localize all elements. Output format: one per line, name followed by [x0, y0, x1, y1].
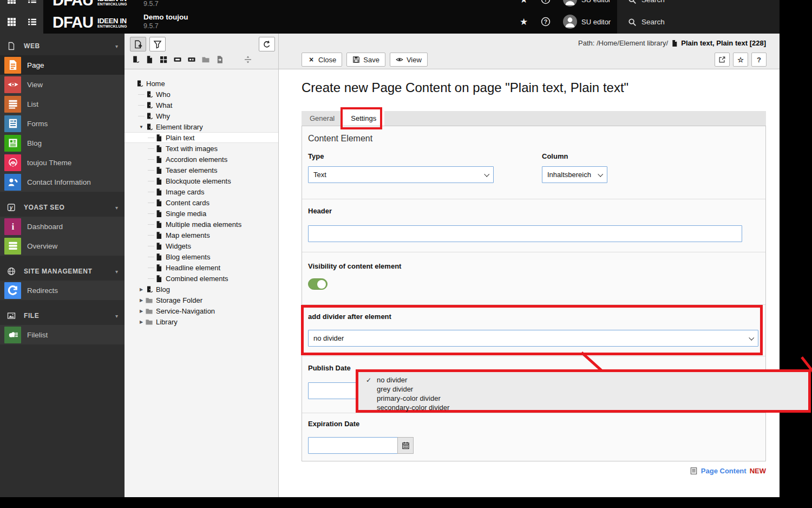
sidebar-item-toujou-theme[interactable]: toujou Theme	[0, 153, 125, 172]
tree-connector	[147, 213, 155, 214]
sidebar-item-view[interactable]: View	[0, 75, 125, 94]
divider-select[interactable]: no divider	[308, 330, 758, 347]
help-icon[interactable]: ?	[541, 17, 551, 27]
tree-connector-line	[148, 203, 154, 203]
sidebar-item-overview[interactable]: Overview	[0, 236, 125, 256]
modules-grid-icon[interactable]	[7, 0, 16, 4]
visibility-toggle[interactable]	[308, 278, 328, 290]
tree-item-combined-elements[interactable]: Combined elements	[125, 273, 278, 284]
expiration-date-calendar-button[interactable]	[397, 437, 414, 454]
record-type-link[interactable]: Page Content	[701, 467, 746, 475]
tree-item-who[interactable]: Who	[125, 89, 278, 100]
tree-item-multiple-media-elements[interactable]: Multiple media elements	[125, 219, 278, 230]
logo-claim-line1: IDEEN IN	[97, 0, 127, 2]
door-new-icon[interactable]	[131, 55, 140, 64]
tree-item-teaser-elements[interactable]: Teaser elements	[125, 165, 278, 175]
column-select[interactable]: Inhaltsbereich	[542, 166, 607, 183]
shortcut-new-icon[interactable]	[215, 55, 224, 64]
banner-label-new-icon[interactable]	[187, 55, 196, 64]
tree-item-blockquote-elements[interactable]: Blockquote elements	[125, 175, 278, 186]
divider-new-icon[interactable]	[244, 55, 252, 64]
sidebar-item-redirects[interactable]: Redirects	[0, 281, 125, 300]
content-record-icon	[690, 467, 698, 475]
view-button[interactable]: View	[390, 53, 428, 67]
module-section-header-web[interactable]: WEB▾	[0, 37, 125, 55]
option-no-divider[interactable]: ✓no divider	[366, 375, 808, 385]
tree-item-image-cards[interactable]: Image cards	[125, 186, 278, 197]
tree-item-widgets[interactable]: Widgets	[125, 240, 278, 251]
tree-item-element-library[interactable]: ▼Element library	[125, 121, 278, 132]
module-section-header-site-management[interactable]: SITE MANAGEMENT▾	[0, 262, 125, 281]
topbar-search[interactable]: Search	[617, 10, 780, 34]
expander-right-icon[interactable]: ▶	[137, 320, 145, 324]
folder-new-icon[interactable]	[201, 55, 210, 64]
expander-right-icon[interactable]: ▶	[137, 287, 145, 292]
user-menu[interactable]: SU editor	[563, 0, 611, 6]
sidebar-item-blog[interactable]: Blog	[0, 133, 125, 153]
expander-right-icon[interactable]: ▶	[137, 309, 145, 314]
tree-item-why[interactable]: Why	[125, 110, 278, 121]
open-in-new-window-button[interactable]	[715, 53, 730, 67]
dfau-logo[interactable]: DFAU IDEEN IN ENTWICKLUNG	[53, 14, 127, 31]
module-section-header-yoast-seo[interactable]: yYOAST SEO▾	[0, 198, 125, 217]
module-section-header-file[interactable]: FILE▾	[0, 307, 125, 325]
save-button[interactable]: Save	[346, 53, 385, 67]
modules-grid-icon[interactable]	[7, 17, 16, 27]
sidebar-item-dashboard[interactable]: iDashboard	[0, 217, 125, 236]
expiration-date-input[interactable]	[308, 437, 398, 454]
bookmark-star-icon[interactable]: ★	[520, 16, 528, 28]
help-icon[interactable]: ?	[541, 0, 551, 4]
link-new-icon[interactable]	[230, 55, 238, 64]
grid-new-icon[interactable]	[159, 55, 168, 64]
option-primary-color-divider[interactable]: primary-color divider	[366, 394, 808, 403]
tree-item-content-cards[interactable]: Content cards	[125, 197, 278, 208]
option-secondary-color-divider[interactable]: secondary-color divider	[366, 403, 808, 412]
page-new-icon[interactable]	[145, 55, 154, 64]
sidebar-item-page[interactable]: Page	[0, 55, 125, 75]
tree-item-plain-text[interactable]: Plain text	[125, 132, 278, 143]
expander-down-icon[interactable]: ▼	[137, 125, 145, 129]
pagetree-toggle-icon[interactable]	[28, 0, 37, 4]
close-button[interactable]: × Close	[302, 53, 342, 67]
tree-connector-line	[148, 159, 154, 160]
sidebar-item-filelist[interactable]: Filelist	[0, 325, 125, 344]
tree-item-home[interactable]: Home	[125, 78, 278, 89]
tree-item-library[interactable]: ▶Library	[125, 316, 278, 327]
chevron-down-icon	[749, 335, 754, 341]
new-page-button[interactable]	[130, 37, 146, 51]
tree-item-storage-folder[interactable]: ▶Storage Folder	[125, 295, 278, 305]
tree-item-blog-elements[interactable]: Blog elements	[125, 251, 278, 262]
refresh-tree-button[interactable]	[259, 37, 275, 51]
sidebar-item-label: Redirects	[27, 286, 58, 295]
bookmark-star-icon[interactable]: ★	[520, 0, 528, 5]
tab-settings[interactable]: Settings	[343, 111, 384, 126]
tree-item-headline-element[interactable]: Headline element	[125, 262, 278, 273]
bookmark-button[interactable]: ☆	[733, 53, 748, 67]
tree-item-what[interactable]: What	[125, 100, 278, 110]
header-input[interactable]	[308, 225, 742, 242]
tree-item-accordion-elements[interactable]: Accordion elements	[125, 154, 278, 165]
tree-connector-line	[148, 192, 154, 192]
pagetree-toggle-icon[interactable]	[28, 17, 37, 27]
tree-item-service-navigation[interactable]: ▶Service-Navigation	[125, 305, 278, 316]
tab-general[interactable]: General	[302, 111, 343, 126]
sidebar-item-list[interactable]: List	[0, 94, 125, 114]
banner-new-icon[interactable]	[173, 55, 182, 64]
tree-item-text-with-images[interactable]: Text with images	[125, 143, 278, 154]
docheader-help-button[interactable]: ?	[751, 53, 767, 67]
sidebar-item-forms[interactable]: Forms	[0, 114, 125, 133]
user-menu[interactable]: SU editor	[563, 15, 611, 29]
tree-item-blog[interactable]: ▶Blog	[125, 284, 278, 295]
topbar-search[interactable]: Search	[617, 0, 780, 10]
expander-right-icon[interactable]: ▶	[137, 298, 145, 303]
type-select[interactable]: Text	[308, 166, 494, 183]
filter-button[interactable]	[149, 37, 166, 51]
dfau-logo[interactable]: DFAU IDEEN IN ENTWICKLUNG	[53, 0, 127, 9]
tree-connector	[147, 278, 155, 279]
tree-item-label: Multiple media elements	[166, 220, 241, 229]
tree-item-single-media[interactable]: Single media	[125, 208, 278, 219]
sidebar-item-contact-information[interactable]: Contact Information	[0, 172, 125, 192]
tree-item-map-elements[interactable]: Map elements	[125, 230, 278, 240]
username-label: SU editor	[581, 18, 611, 26]
option-grey-divider[interactable]: grey divider	[366, 385, 808, 394]
